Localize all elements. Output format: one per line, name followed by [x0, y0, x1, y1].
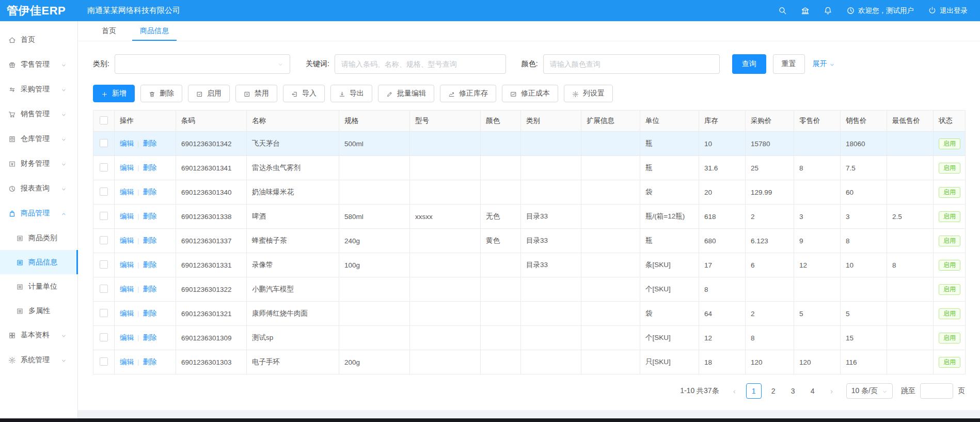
cell-stock: 8: [699, 277, 746, 302]
delete-link[interactable]: 删除: [143, 237, 157, 244]
edit-link[interactable]: 编辑: [120, 309, 134, 317]
page-size-select[interactable]: 10 条/页: [846, 383, 893, 399]
delete-link[interactable]: 删除: [143, 309, 157, 317]
toolbar-button-label: 修正成本: [521, 89, 550, 98]
sidebar-item-goods[interactable]: 商品管理: [0, 201, 77, 226]
color-input[interactable]: [543, 54, 720, 74]
row-checkbox[interactable]: [100, 357, 108, 366]
delete-link[interactable]: 删除: [143, 285, 157, 293]
cell-purchase-price: 2: [746, 302, 794, 326]
pagination: 1-10 共37条 1234 10 条/页 跳至: [93, 383, 965, 410]
delete-link[interactable]: 删除: [143, 188, 157, 196]
edit-link[interactable]: 编辑: [120, 188, 134, 196]
sidebar-item-goods-category[interactable]: 商品类别: [0, 226, 77, 250]
enable-button[interactable]: 启用: [188, 85, 230, 102]
logout-button[interactable]: 退出登录: [928, 6, 968, 15]
row-checkbox[interactable]: [100, 285, 108, 293]
table-row: 编辑|删除6901236301322小鹏汽车模型个[SKU]8启用: [93, 277, 966, 302]
sidebar-item-retail[interactable]: 零售管理: [0, 52, 77, 77]
edit-link[interactable]: 编辑: [120, 237, 134, 244]
cell-stock: 20: [699, 180, 746, 205]
search-button[interactable]: 查询: [732, 54, 766, 74]
search-icon[interactable]: [778, 6, 787, 15]
row-checkbox[interactable]: [100, 309, 108, 317]
prev-page-button[interactable]: [728, 383, 742, 399]
edit-link[interactable]: 编辑: [120, 358, 134, 366]
import-icon: [291, 89, 298, 98]
delete-link[interactable]: 删除: [143, 139, 157, 147]
delete-link[interactable]: 删除: [143, 358, 157, 366]
row-checkbox[interactable]: [100, 163, 108, 171]
op-separator: |: [137, 309, 139, 317]
edit-link[interactable]: 编辑: [120, 164, 134, 171]
edit-link[interactable]: 编辑: [120, 285, 134, 293]
delete-link[interactable]: 删除: [143, 334, 157, 341]
sidebar-item-label: 多属性: [28, 306, 71, 316]
sidebar-item-finance[interactable]: 财务管理: [0, 151, 77, 176]
row-checkbox[interactable]: [100, 212, 108, 220]
content: 类别: 关键词: 颜色: 查询 重置 展开 新增删除启用禁: [78, 41, 980, 410]
select-all-checkbox[interactable]: [100, 116, 108, 124]
bell-icon[interactable]: [824, 6, 832, 15]
cell-purchase-price: 25: [746, 156, 794, 180]
cell-name: 蜂蜜柚子茶: [247, 229, 339, 253]
sidebar-item-goods-info[interactable]: 商品信息: [0, 250, 77, 274]
disable-button[interactable]: 禁用: [235, 85, 277, 102]
cell-min-price: [887, 326, 934, 350]
cell-purchase-price: 120: [746, 350, 794, 374]
cell-color: [481, 180, 521, 205]
export-button[interactable]: 导出: [330, 85, 372, 102]
sidebar-item-home[interactable]: 首页: [0, 27, 77, 52]
column-header: 零售价: [794, 111, 841, 132]
jump-page-input[interactable]: [920, 383, 953, 399]
edit-link[interactable]: 编辑: [120, 334, 134, 341]
fix-cost-button[interactable]: 修正成本: [502, 85, 558, 102]
sidebar-item-sales[interactable]: 销售管理: [0, 102, 77, 127]
keyword-input[interactable]: [335, 54, 506, 74]
row-checkbox[interactable]: [100, 139, 108, 147]
page-2-button[interactable]: 2: [766, 383, 781, 399]
sidebar-item-reports[interactable]: 报表查询: [0, 176, 77, 201]
tab-goods-info[interactable]: 商品信息: [128, 21, 181, 41]
sidebar-item-purchase[interactable]: 采购管理: [0, 77, 77, 102]
sidebar-item-warehouse[interactable]: 仓库管理: [0, 127, 77, 151]
edit-link[interactable]: 编辑: [120, 139, 134, 147]
page-3-button[interactable]: 3: [785, 383, 801, 399]
app-logo: 管伊佳ERP: [0, 3, 78, 19]
row-checkbox[interactable]: [100, 260, 108, 269]
jump-suffix-label: 页: [958, 386, 965, 396]
sidebar-item-measure-unit[interactable]: 计量单位: [0, 274, 77, 299]
row-checkbox[interactable]: [100, 333, 108, 341]
company-name: 南通某某网络科技有限公司: [87, 6, 180, 15]
row-checkbox[interactable]: [100, 236, 108, 244]
delete-link[interactable]: 删除: [143, 164, 157, 171]
sidebar-item-system[interactable]: 系统管理: [0, 348, 77, 372]
batch-edit-button[interactable]: 批量编辑: [378, 85, 434, 102]
user-welcome[interactable]: 欢迎您，测试用户: [846, 6, 914, 15]
expand-link[interactable]: 展开: [813, 59, 835, 69]
delete-button[interactable]: 删除: [140, 85, 182, 102]
add-button[interactable]: 新增: [93, 85, 135, 102]
sidebar-item-basic-data[interactable]: 基本资料: [0, 323, 77, 348]
column-settings-button[interactable]: 列设置: [564, 85, 613, 102]
cell-unit: 条[SKU]: [640, 253, 699, 277]
edit-link[interactable]: 编辑: [120, 261, 134, 269]
trash-icon: [149, 89, 155, 98]
fix-stock-button[interactable]: 修正库存: [440, 85, 496, 102]
cell-spec: [339, 302, 410, 326]
reset-button[interactable]: 重置: [773, 54, 805, 74]
bank-icon[interactable]: [801, 6, 810, 15]
import-button[interactable]: 导入: [283, 85, 325, 102]
toolbar-button-label: 禁用: [255, 89, 269, 98]
delete-link[interactable]: 删除: [143, 212, 157, 220]
page-4-button[interactable]: 4: [805, 383, 820, 399]
tab-home[interactable]: 首页: [90, 21, 128, 41]
next-page-button[interactable]: [825, 383, 839, 399]
category-select[interactable]: [115, 54, 290, 74]
edit-link[interactable]: 编辑: [120, 212, 134, 220]
sidebar-item-multi-attr[interactable]: 多属性: [0, 299, 77, 323]
row-checkbox[interactable]: [100, 187, 108, 196]
delete-link[interactable]: 删除: [143, 261, 157, 269]
list-icon: [16, 258, 28, 267]
page-1-button[interactable]: 1: [746, 383, 762, 399]
